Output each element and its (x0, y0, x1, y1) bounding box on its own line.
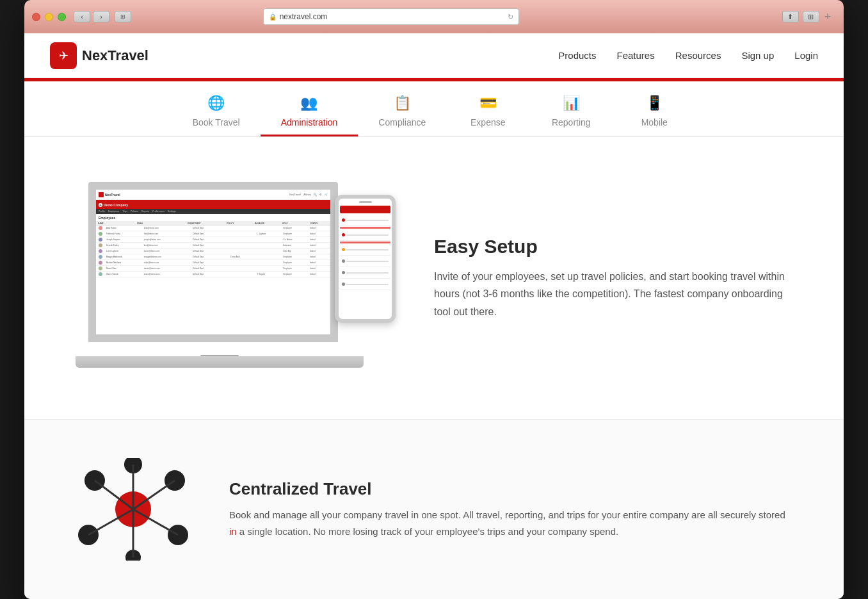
site-header: ✈ NexTravel Products Features Resources … (24, 33, 844, 78)
mobile-icon: 📱 (644, 93, 664, 113)
reporting-label: Reporting (552, 117, 591, 127)
logo-text: NexTravel (82, 47, 149, 64)
tab-reporting[interactable]: 📊 Reporting (529, 81, 613, 136)
website-content: ✈ NexTravel Products Features Resources … (24, 33, 844, 599)
centralized-text: Centralized Travel Book and manage all y… (229, 479, 792, 539)
screen-content: NexTravel NexTravel Alliney 🔍 ⚙ 🛒 (96, 190, 330, 334)
lock-icon: 🔒 (269, 13, 277, 21)
right-actions: ⬆ ⊞ (782, 11, 819, 22)
minimize-button[interactable] (45, 13, 53, 21)
maximize-button[interactable] (58, 13, 66, 21)
nav-features[interactable]: Features (617, 50, 655, 61)
close-button[interactable] (32, 13, 40, 21)
url-text: nextravel.com (280, 12, 328, 21)
share-button[interactable]: ⬆ (782, 11, 799, 22)
administration-label: Administration (281, 117, 338, 127)
centralized-description: Book and manage all your company travel … (229, 507, 792, 539)
laptop-mockup: NexTravel NexTravel Alliney 🔍 ⚙ 🛒 (76, 176, 364, 368)
book-travel-icon: 🌐 (206, 93, 227, 113)
traffic-lights (32, 13, 66, 21)
phone-mockup (335, 195, 396, 323)
tab-expense[interactable]: 💳 Expense (446, 81, 529, 136)
easy-setup-description: Invite of your employees, set up travel … (434, 268, 792, 320)
logo-icon: ✈ (50, 42, 77, 69)
highlight-text: in (229, 526, 237, 537)
administration-icon: 👥 (299, 93, 319, 113)
centralized-section: Centralized Travel Book and manage all y… (24, 420, 844, 599)
centralized-title: Centralized Travel (229, 479, 792, 499)
feature-tabs: 🌐 Book Travel 👥 Administration 📋 Complia… (24, 81, 844, 137)
compliance-icon: 📋 (392, 93, 412, 113)
reader-button[interactable]: ⊞ (803, 11, 819, 22)
compliance-label: Compliance (378, 117, 426, 127)
phone-speaker (359, 201, 372, 203)
nav-login[interactable]: Login (794, 50, 818, 61)
network-icon (76, 458, 191, 561)
easy-setup-title: Easy Setup (434, 236, 792, 258)
easy-setup-section: NexTravel NexTravel Alliney 🔍 ⚙ 🛒 (24, 137, 844, 420)
tab-administration[interactable]: 👥 Administration (261, 81, 358, 136)
nav-products[interactable]: Products (558, 50, 596, 61)
laptop-base (76, 356, 364, 368)
new-tab-button[interactable]: + (819, 8, 836, 25)
mac-window: ‹ › ⊞ 🔒 nextravel.com ↻ ⬆ ⊞ + ✈ NexTrave… (24, 0, 844, 599)
tab-compliance[interactable]: 📋 Compliance (358, 81, 446, 136)
site-nav: Products Features Resources Sign up Logi… (558, 50, 818, 61)
phone-content (339, 204, 392, 291)
address-bar[interactable]: 🔒 nextravel.com ↻ (263, 8, 519, 25)
book-travel-label: Book Travel (193, 117, 240, 127)
device-mockup: NexTravel NexTravel Alliney 🔍 ⚙ 🛒 (76, 176, 396, 381)
refresh-icon[interactable]: ↻ (508, 13, 513, 21)
back-button[interactable]: ‹ (74, 11, 90, 22)
sidebar-toggle[interactable]: ⊞ (115, 11, 131, 22)
nav-signup[interactable]: Sign up (741, 50, 774, 61)
tab-book-travel[interactable]: 🌐 Book Travel (172, 81, 261, 136)
expense-icon: 💳 (478, 93, 498, 113)
expense-label: Expense (470, 117, 505, 127)
tab-mobile[interactable]: 📱 Mobile (613, 81, 696, 136)
logo-area: ✈ NexTravel (50, 42, 149, 69)
forward-button[interactable]: › (93, 11, 109, 22)
reporting-icon: 📊 (561, 93, 581, 113)
title-bar: ‹ › ⊞ 🔒 nextravel.com ↻ ⬆ ⊞ + (24, 0, 844, 33)
mobile-label: Mobile (641, 117, 668, 127)
laptop-screen: NexTravel NexTravel Alliney 🔍 ⚙ 🛒 (88, 182, 338, 342)
setup-text: Easy Setup Invite of your employees, set… (434, 236, 792, 320)
nav-resources[interactable]: Resources (675, 50, 721, 61)
nav-arrows: ‹ › (74, 11, 109, 22)
